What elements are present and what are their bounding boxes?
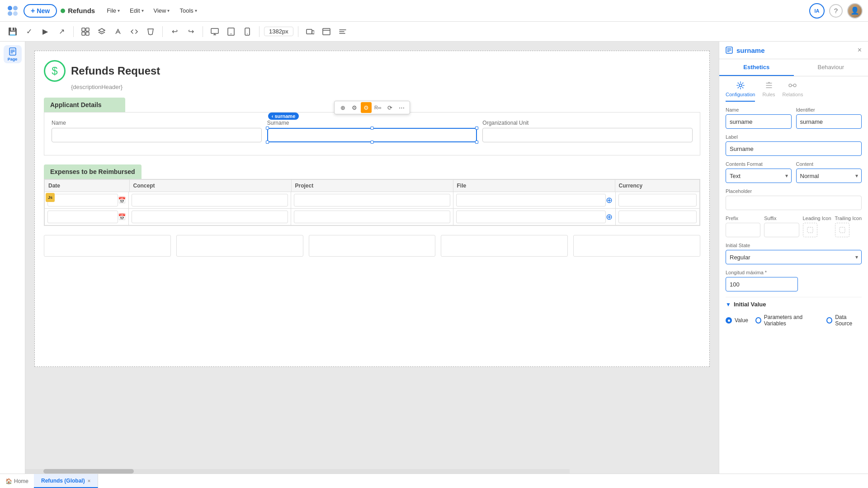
settings-handle[interactable]: ⚙ bbox=[349, 102, 360, 113]
components-button[interactable] bbox=[78, 24, 93, 39]
radio-params[interactable]: Parameters and Variables bbox=[755, 314, 819, 327]
resize-tl[interactable] bbox=[266, 127, 269, 130]
applicant-section: Applicant Details Name ⊕ bbox=[44, 98, 700, 155]
initial-value-toggle[interactable]: ▼ Initial Value bbox=[726, 297, 862, 311]
mobile-view-button[interactable] bbox=[240, 24, 255, 39]
contents-format-field: Contents Format TextNumberEmailDate ▾ bbox=[726, 161, 792, 183]
toolbar-separator-1 bbox=[73, 26, 74, 37]
redo-button[interactable]: ↪ bbox=[184, 24, 198, 39]
suffix-input[interactable] bbox=[764, 223, 799, 237]
window-button[interactable] bbox=[319, 24, 334, 39]
canvas-area[interactable]: $ Refunds Request {descriptionHeader} Ap… bbox=[25, 42, 719, 474]
file-input-1[interactable] bbox=[456, 194, 606, 206]
label-input[interactable] bbox=[726, 141, 862, 156]
code-button[interactable] bbox=[127, 24, 142, 39]
sidebar-item-page[interactable]: Page bbox=[4, 45, 22, 63]
menu-edit[interactable]: Edit ▾ bbox=[125, 5, 148, 16]
prefix-input[interactable] bbox=[726, 223, 760, 237]
svg-rect-13 bbox=[307, 29, 312, 34]
menu-tools[interactable]: Tools ▾ bbox=[175, 5, 201, 16]
check-button[interactable]: ✓ bbox=[22, 24, 36, 39]
desktop-view-button[interactable] bbox=[208, 24, 222, 39]
name-input[interactable] bbox=[52, 128, 262, 142]
concept-input-1[interactable] bbox=[132, 194, 288, 206]
section1-body: Name ⊕ ⚙ ⚙ R∞ ⟳ ⋯ bbox=[44, 112, 700, 155]
scrollbar-thumb[interactable] bbox=[43, 469, 134, 474]
tab-rules[interactable]: Rules bbox=[762, 81, 775, 102]
rp-close-button[interactable]: × bbox=[858, 46, 862, 54]
resize-tr[interactable] bbox=[475, 127, 478, 130]
max-length-input[interactable] bbox=[726, 277, 798, 291]
variables-button[interactable] bbox=[111, 24, 125, 39]
trailing-icon-picker[interactable] bbox=[835, 223, 849, 237]
home-tab[interactable]: 🏠 Home bbox=[0, 474, 34, 488]
placeholder-input[interactable] bbox=[726, 196, 862, 210]
tablet-view-button[interactable] bbox=[224, 24, 238, 39]
placeholder-label: Placeholder bbox=[726, 188, 862, 194]
radio-value[interactable]: Value bbox=[726, 317, 748, 324]
radio-datasource[interactable]: Data Source bbox=[826, 314, 862, 327]
resize-bl[interactable] bbox=[266, 141, 269, 144]
undo-button[interactable]: ↩ bbox=[167, 24, 182, 39]
rules-handle[interactable]: R∞ bbox=[373, 102, 383, 113]
calendar-icon-2[interactable]: 📅 bbox=[118, 213, 126, 221]
org-input[interactable] bbox=[482, 128, 693, 142]
horizontal-scrollbar[interactable] bbox=[25, 469, 570, 474]
resize-tm[interactable] bbox=[371, 127, 374, 130]
svg-rect-7 bbox=[86, 32, 89, 35]
name-field-input[interactable] bbox=[726, 114, 792, 129]
help-button[interactable]: ? bbox=[829, 4, 843, 18]
currency-input-1[interactable] bbox=[618, 194, 697, 206]
currency-input-2[interactable] bbox=[618, 211, 697, 223]
content-select[interactable]: NormalRich TextMultiline bbox=[796, 169, 862, 183]
align-button[interactable] bbox=[335, 24, 350, 39]
menu-view[interactable]: View ▾ bbox=[149, 5, 175, 16]
new-button[interactable]: + New bbox=[24, 4, 57, 18]
layers-button[interactable] bbox=[94, 24, 109, 39]
share-button[interactable]: ↗ bbox=[54, 24, 69, 39]
concept-input-2[interactable] bbox=[132, 211, 288, 223]
px-display: 1382px bbox=[264, 27, 293, 36]
relations-icon bbox=[788, 81, 797, 90]
relations-handle[interactable]: ⟳ bbox=[384, 102, 395, 113]
responsive-button[interactable] bbox=[303, 24, 317, 39]
identifier-input[interactable] bbox=[796, 114, 862, 129]
calendar-icon-1[interactable]: 📅 bbox=[118, 197, 126, 204]
tab-relations[interactable]: Relations bbox=[783, 81, 803, 102]
toolbar-separator-3 bbox=[203, 26, 203, 37]
leading-icon-picker[interactable] bbox=[803, 223, 817, 237]
tab-esthetics[interactable]: Esthetics bbox=[719, 59, 794, 76]
tab-behaviour[interactable]: Behaviour bbox=[794, 59, 868, 76]
more-handle[interactable]: ⋯ bbox=[396, 102, 407, 113]
play-button[interactable]: ▶ bbox=[38, 24, 52, 39]
config-handle[interactable]: ⚙ bbox=[361, 102, 372, 113]
tab-configuration[interactable]: Configuration bbox=[726, 81, 755, 102]
bottom-row bbox=[44, 235, 700, 257]
html-button[interactable] bbox=[143, 24, 158, 39]
move-handle[interactable]: ⊕ bbox=[337, 102, 348, 113]
plus-icon: + bbox=[31, 7, 35, 15]
user-avatar[interactable]: 👤 bbox=[847, 3, 863, 19]
project-input-2[interactable] bbox=[294, 211, 450, 223]
ia-button[interactable]: IA bbox=[809, 3, 825, 19]
resize-br[interactable] bbox=[475, 141, 478, 144]
menu-file[interactable]: File ▾ bbox=[102, 5, 124, 16]
project-input-1[interactable] bbox=[294, 194, 450, 206]
refunds-tab-close[interactable]: × bbox=[88, 478, 90, 483]
save-button[interactable]: 💾 bbox=[5, 24, 20, 39]
refunds-tab[interactable]: Refunds (Global) × bbox=[34, 474, 98, 488]
menu-edit-label: Edit bbox=[130, 7, 140, 14]
page-title-area: Refunds bbox=[61, 7, 95, 14]
date-input-1[interactable] bbox=[47, 194, 118, 206]
bottom-cell-4 bbox=[441, 235, 568, 257]
initial-state-select[interactable]: RegularDisabledRead Only bbox=[726, 250, 862, 264]
name-label: Name bbox=[52, 120, 262, 126]
status-dot bbox=[61, 9, 65, 13]
logo[interactable] bbox=[5, 4, 20, 18]
contents-format-select[interactable]: TextNumberEmailDate bbox=[726, 169, 792, 183]
upload-icon-2[interactable]: ⊕ bbox=[606, 212, 613, 222]
date-input-2[interactable] bbox=[47, 211, 118, 223]
resize-bm[interactable] bbox=[371, 141, 374, 144]
file-input-2[interactable] bbox=[456, 211, 606, 223]
upload-icon-1[interactable]: ⊕ bbox=[606, 195, 613, 205]
